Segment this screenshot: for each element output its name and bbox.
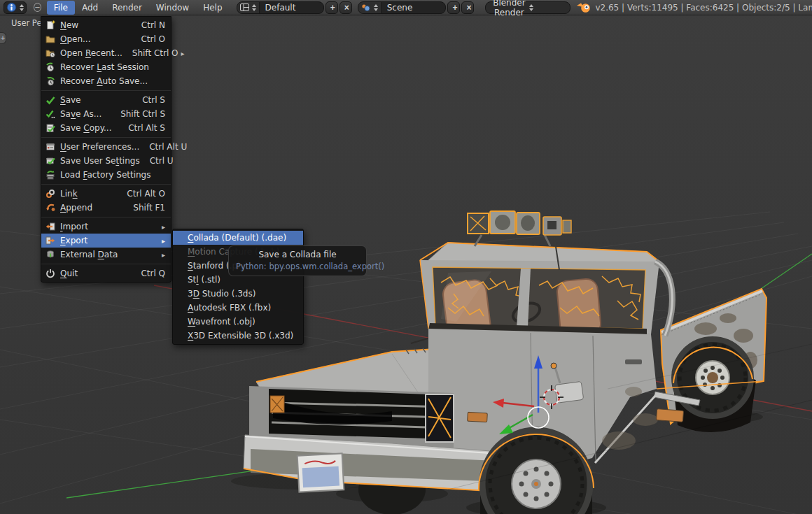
menu-item-save-as[interactable]: Save As... Shift Ctrl S [41, 107, 171, 121]
menu-file[interactable]: File [47, 1, 75, 15]
scene-add-button[interactable]: + [447, 1, 460, 14]
tooltip-title: Save a Collada file [236, 250, 359, 259]
render-engine-value: Blender Render [491, 0, 526, 17]
menu-item-user-preferences[interactable]: User Preferences... Ctrl Alt U [41, 140, 171, 154]
menu-item-quit[interactable]: Quit Ctrl Q [41, 266, 171, 280]
submenu-arrow-icon: ▸ [162, 251, 165, 259]
submenu-item-label: Autodesk FBX (.fbx) [188, 303, 271, 313]
menu-item-link[interactable]: Link Ctrl Alt O [41, 187, 171, 201]
engine-steppers[interactable] [529, 4, 564, 11]
open-recent-icon [45, 48, 55, 59]
menu-item-export[interactable]: Export ▸ [41, 234, 171, 248]
menu-item-label: Load Factory Settings [60, 170, 151, 180]
menu-item-label: New [60, 20, 78, 30]
scene-statistics: v2.65 | Verts:11495 | Faces:6425 | Objec… [576, 1, 812, 13]
layout-name-field[interactable]: Default [260, 2, 302, 13]
menu-item-new[interactable]: New Ctrl N [41, 18, 171, 32]
menu-item-save-copy[interactable]: Save Copy... Ctrl Alt S [41, 121, 171, 135]
collapse-menus-button[interactable]: − [34, 3, 41, 12]
save-settings-icon [45, 156, 55, 166]
editor-type-selector[interactable] [4, 1, 27, 14]
scene-close-button[interactable]: × [461, 1, 474, 14]
menu-item-label: Open... [60, 34, 91, 44]
export-icon [45, 236, 55, 246]
menu-item-external-data[interactable]: External Data ▸ [41, 248, 171, 262]
new-file-icon [45, 20, 55, 31]
submenu-item-autodesk-fbx[interactable]: Autodesk FBX (.fbx) [173, 301, 303, 315]
submenu-item-collada[interactable]: Collada (Default) (.dae) [173, 231, 303, 245]
layout-close-button[interactable]: × [340, 1, 352, 14]
menu-item-shortcut: Ctrl Alt S [118, 123, 165, 133]
layout-browse-button[interactable] [237, 2, 260, 13]
submenu-item-label: 3D Studio (.3ds) [188, 289, 255, 299]
menu-item-shortcut: Shift Ctrl O [122, 48, 178, 58]
submenu-arrow-icon: ▸ [162, 237, 165, 245]
menu-separator [41, 264, 171, 264]
factory-settings-icon [45, 170, 55, 180]
info-editor-icon [6, 2, 17, 13]
menu-item-label: Save [60, 95, 80, 105]
menu-item-import[interactable]: Import ▸ [41, 220, 171, 234]
menu-item-label: Open Recent... [60, 48, 122, 58]
menu-item-open-recent[interactable]: Open Recent... Shift Ctrl O ▸ [41, 46, 171, 60]
layout-add-button[interactable]: + [326, 1, 338, 14]
info-header-bar: − File Add Render Window Help Default + … [0, 0, 812, 15]
tooltip-python-hint: Python: bpy.ops.wm.collada_export() [236, 262, 359, 271]
menu-separator [41, 90, 171, 91]
menu-help[interactable]: Help [196, 1, 229, 15]
submenu-item-label: Stl (.stl) [188, 275, 220, 285]
menu-item-append[interactable]: Append Shift F1 [41, 201, 171, 215]
menu-item-label: Append [60, 203, 92, 213]
menu-item-label: User Preferences... [60, 142, 139, 152]
layout-steppers[interactable] [252, 4, 256, 11]
editor-selector-steppers[interactable] [20, 4, 24, 11]
license-plate [298, 453, 344, 492]
object-origin-dot [551, 363, 556, 369]
menu-item-recover-auto-save[interactable]: Recover Auto Save... [41, 74, 171, 88]
submenu-item-x3d[interactable]: X3D Extensible 3D (.x3d) [173, 329, 303, 343]
menu-separator [41, 137, 171, 138]
scene-name-field[interactable]: Scene [382, 2, 419, 13]
submenu-item-label: Wavefront (.obj) [188, 317, 255, 327]
save-as-icon [45, 109, 55, 120]
menu-window[interactable]: Window [149, 1, 196, 15]
submenu-item-3d-studio[interactable]: 3D Studio (.3ds) [173, 287, 303, 301]
scene-selector: Scene [358, 1, 447, 14]
menu-item-label: Recover Auto Save... [60, 76, 148, 86]
menu-item-shortcut: Ctrl S [132, 95, 165, 105]
render-engine-select[interactable]: Blender Render [485, 1, 570, 14]
menu-item-label: Quit [60, 269, 78, 278]
menu-render[interactable]: Render [105, 1, 149, 15]
menu-item-label: Link [60, 189, 78, 199]
submenu-item-label: X3D Extensible 3D (.x3d) [188, 331, 293, 341]
open-folder-icon [45, 34, 55, 45]
menu-item-shortcut: Ctrl Alt U [139, 142, 187, 152]
tooltip: Save a Collada file Python: bpy.ops.wm.c… [228, 245, 367, 276]
scene-browse-button[interactable] [358, 2, 382, 13]
viewport-view-label: User Per [11, 18, 45, 28]
blender-logo-icon [576, 1, 592, 13]
menu-item-label: Export [60, 236, 88, 245]
menu-item-recover-last-session[interactable]: Recover Last Session [41, 60, 171, 74]
menu-item-save[interactable]: Save Ctrl S [41, 93, 171, 107]
scene-steppers[interactable] [374, 4, 378, 11]
menu-item-label: Save Copy... [60, 123, 111, 133]
submenu-arrow-icon: ▸ [181, 50, 185, 57]
link-icon [45, 189, 55, 199]
toolshelf-expand-tab[interactable]: + [0, 32, 6, 44]
menu-item-open[interactable]: Open... Ctrl O [41, 32, 171, 46]
menu-item-label: External Data [60, 250, 118, 259]
menu-separator [41, 217, 171, 217]
submenu-item-wavefront[interactable]: Wavefront (.obj) [173, 315, 303, 329]
append-icon [45, 203, 55, 213]
submenu-item-label: Collada (Default) (.dae) [188, 233, 286, 243]
scene-icon [361, 3, 371, 12]
recover-autosave-icon [45, 76, 55, 87]
menu-item-save-user-settings[interactable]: Save User Settings Ctrl U [41, 154, 171, 168]
quit-icon [45, 269, 55, 279]
menu-add[interactable]: Add [75, 1, 105, 15]
menu-item-shortcut: Ctrl Q [131, 269, 165, 278]
menu-item-load-factory-settings[interactable]: Load Factory Settings [41, 168, 171, 182]
menu-bar: File Add Render Window Help [47, 1, 230, 15]
menu-separator [41, 184, 171, 185]
